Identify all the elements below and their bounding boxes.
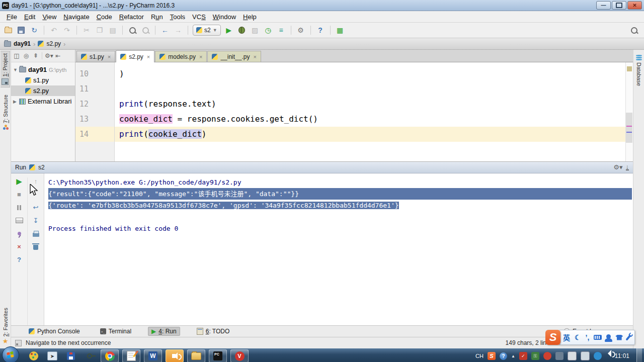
search-everywhere-icon[interactable]	[629, 25, 639, 35]
ime-account-icon[interactable]	[606, 334, 611, 339]
toolbtn-terminal[interactable]: >_ Terminal	[97, 327, 135, 336]
pause-output-icon[interactable]	[15, 204, 23, 212]
menu-item-vcs[interactable]: VCS	[189, 12, 209, 22]
antivirus-tray-icon[interactable]: ✓	[519, 352, 527, 360]
forward-icon[interactable]: →	[173, 25, 183, 35]
run-icon[interactable]: ▶	[224, 25, 234, 35]
menu-item-file[interactable]: File	[3, 12, 21, 22]
breadcrumb-folder[interactable]: day91	[14, 40, 31, 47]
taskbar-word-icon[interactable]: W	[144, 349, 162, 362]
stop-icon[interactable]: ■	[15, 191, 23, 199]
plugin-icon[interactable]: ▦	[335, 25, 345, 35]
tool-stripe-favorites[interactable]: 2: Favorites ★	[2, 306, 10, 346]
help-tray-icon[interactable]: ?	[500, 352, 507, 360]
print-icon[interactable]	[32, 230, 40, 238]
tab-modelspy[interactable]: models.py×	[155, 51, 207, 62]
ime-settings-icon[interactable]	[626, 334, 631, 341]
tree-item-s2-selected[interactable]: s2.py	[11, 85, 75, 96]
tree-item-s1[interactable]: s1.py	[11, 75, 75, 85]
show-hidden-icons-icon[interactable]: ▲	[511, 354, 515, 358]
console-line[interactable]: {'route': 'e7bfb38cb3b5a04758a9513df6738…	[48, 200, 633, 211]
coverage-icon[interactable]: ▨	[250, 25, 260, 35]
ime-language-button[interactable]: 英	[563, 332, 570, 342]
taskbar-pycharm-icon[interactable]: PC	[209, 349, 227, 362]
maximize-button[interactable]	[612, 1, 626, 10]
gear-icon[interactable]: ⚙▾	[45, 52, 52, 59]
qq-icon[interactable]	[594, 352, 602, 360]
taskbar-volume-mixer-icon[interactable]	[166, 349, 184, 362]
breadcrumb-file[interactable]: s2.py	[46, 40, 61, 47]
scroll-to-end-icon[interactable]: ↧	[32, 217, 40, 225]
ime-skin-icon[interactable]	[615, 335, 623, 340]
scrollbar-thumb[interactable]	[626, 113, 632, 143]
menu-item-refactor[interactable]: Refactor	[116, 12, 147, 22]
taskbar-key-icon[interactable]	[82, 349, 97, 362]
minimize-button[interactable]: —	[596, 1, 611, 10]
tab-s1py[interactable]: s1.py×	[76, 51, 115, 62]
debug-icon[interactable]	[237, 25, 247, 35]
taskbar-capture-icon[interactable]: ➤	[45, 349, 60, 362]
open-folder-icon[interactable]	[3, 25, 13, 35]
menu-item-run[interactable]: Run	[147, 12, 167, 22]
close-console-icon[interactable]: ×	[15, 243, 23, 251]
tool-stripe-database[interactable]: Database	[635, 53, 643, 88]
menu-item-window[interactable]: Window	[209, 12, 239, 22]
hide-tool-window-icon[interactable]: ↓	[626, 164, 629, 170]
taskbar-notepad-icon[interactable]	[122, 349, 140, 362]
sogou-logo-icon[interactable]: S	[545, 330, 560, 345]
close-tab-icon[interactable]: ×	[147, 54, 150, 60]
menu-item-code[interactable]: Code	[93, 12, 116, 22]
tool-stripe-project[interactable]: 1: Project	[1, 51, 10, 87]
restore-layout-icon[interactable]: ≡	[276, 25, 286, 35]
close-button[interactable]: ✕	[627, 1, 642, 10]
tool-stripe-structure[interactable]: 7: Structure	[2, 93, 10, 132]
back-icon[interactable]: ←	[160, 25, 170, 35]
menu-item-view[interactable]: View	[39, 12, 60, 22]
toolbtn-todo[interactable]: 6: TODO	[193, 327, 233, 336]
paste-icon[interactable]: ▤	[108, 25, 118, 35]
help-icon[interactable]: ?	[15, 256, 23, 264]
save-all-icon[interactable]	[16, 25, 26, 35]
collapse-all-icon[interactable]: ⇞	[32, 52, 39, 59]
start-button[interactable]	[2, 346, 19, 362]
hide-panel-icon[interactable]: ⇤	[54, 52, 61, 59]
clear-all-icon[interactable]	[32, 243, 40, 251]
expand-arrow-icon[interactable]: ▼	[13, 67, 17, 72]
tab-initpy[interactable]: __init__.py×	[207, 51, 261, 62]
taskbar-chrome-icon[interactable]	[101, 349, 119, 362]
taskbar-paint-icon[interactable]	[26, 349, 41, 362]
photo-tray-icon[interactable]	[555, 352, 564, 360]
code-line[interactable]	[115, 81, 625, 97]
settings-icon[interactable]: ⚙	[296, 25, 306, 35]
code-line[interactable]: cookie_dict = response.cookies.get_dict(…	[115, 112, 625, 127]
run-console-output[interactable]: C:\Python35\python.exe G:/python_code/da…	[44, 173, 633, 325]
run-tab-label[interactable]: Run	[15, 164, 26, 171]
soft-wrap-icon[interactable]: ↩	[32, 204, 40, 212]
locate-icon[interactable]: ◎	[23, 52, 30, 59]
rerun-icon[interactable]: ▶	[15, 177, 23, 186]
redo-icon[interactable]: ↷	[62, 25, 72, 35]
synchronize-icon[interactable]: ↻	[29, 25, 39, 35]
undo-icon[interactable]: ↶	[49, 25, 59, 35]
copy-icon[interactable]: ❐	[95, 25, 105, 35]
find-usages-icon[interactable]	[140, 25, 150, 35]
windows-stack-icon[interactable]	[568, 351, 577, 360]
tree-item-root[interactable]: ▼ day91 G:\pyth	[11, 64, 75, 75]
tab-s2py-active[interactable]: s2.py×	[116, 50, 154, 62]
menu-item-navigate[interactable]: Navigate	[60, 12, 93, 22]
menu-item-tools[interactable]: Tools	[167, 12, 189, 22]
toolbtn-run[interactable]: ▶ 4: Run	[148, 327, 180, 336]
find-icon[interactable]	[127, 25, 137, 35]
gear-icon[interactable]: ⚙▾	[613, 163, 622, 171]
taskbar-save-icon[interactable]	[63, 349, 78, 362]
toolbtn-python-console[interactable]: Python Console	[25, 327, 84, 336]
recorder-tray-icon[interactable]	[543, 352, 551, 360]
tree-item-external-libraries[interactable]: ▶ External Librari	[11, 96, 75, 107]
key-tray-icon[interactable]: ⚿	[531, 352, 539, 360]
close-tab-icon[interactable]: ×	[199, 54, 202, 60]
console-line[interactable]: Process finished with exit code 0	[48, 223, 633, 234]
taskbar-antivirus-icon[interactable]: V	[230, 349, 249, 362]
code-editor[interactable]: ) print(response.text)cookie_dict = resp…	[115, 62, 625, 161]
console-line[interactable]	[48, 211, 633, 223]
code-line[interactable]: print(response.text)	[115, 97, 625, 112]
